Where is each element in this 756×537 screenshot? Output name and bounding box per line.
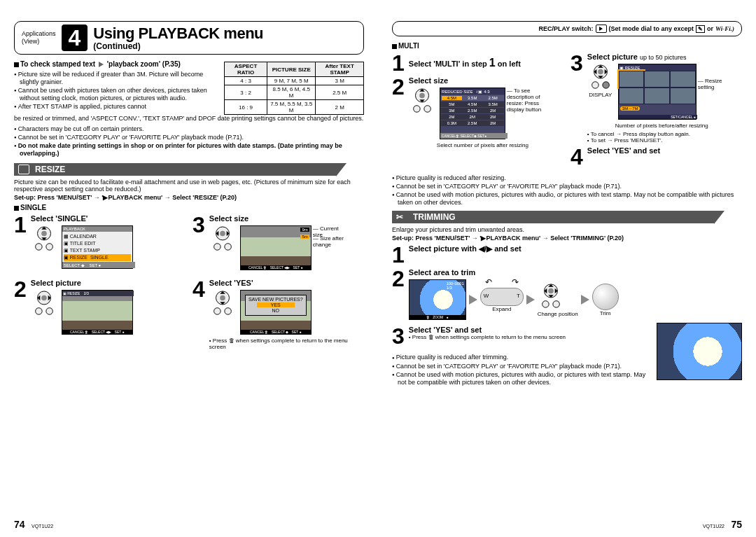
- lcd-col: 3.5M: [462, 96, 482, 100]
- block-bullet-icon: [392, 44, 397, 49]
- table-cell: 2 M: [316, 100, 364, 115]
- bullet-item: Cannot be used with motion pictures, pic…: [392, 371, 650, 386]
- label-size-after: Size after change: [313, 235, 344, 248]
- page-title: Using PLAYBACK menu: [93, 25, 263, 43]
- header-or: or: [707, 25, 713, 32]
- single-label: SINGLE: [20, 204, 46, 211]
- arrow-right-icon: [526, 295, 535, 305]
- lcd-cell: 2.5M: [462, 109, 482, 113]
- joystick-icon: [31, 225, 57, 253]
- header-cat-line1: Applications: [22, 30, 56, 38]
- header-title-block: Using PLAYBACK menu (Continued): [93, 25, 263, 51]
- joystick-icon: [209, 290, 236, 318]
- step-2-label: Select picture: [31, 279, 133, 287]
- multi-col-right: 3 Select picture up to 50 pictures DISPL…: [570, 50, 742, 170]
- lcd-thumbnail-grid: ▣ RESIZE 3M→7M SET/CANCEL ●: [618, 64, 696, 120]
- text-stamp-bullets-2: Characters may be cut off on certain pri…: [14, 125, 364, 158]
- header-chapter-number: 4: [62, 25, 88, 51]
- single-steps-row1: 1 Select 'SINGLE' PLAYBACK ▦ CA: [14, 211, 364, 276]
- bullet-item: Picture quality is reduced after trimmin…: [392, 354, 650, 361]
- trim-intro: Enlarge your pictures and trim unwanted …: [392, 226, 742, 233]
- svg-point-22: [214, 308, 220, 315]
- lcd-cell: 5M: [442, 102, 462, 106]
- multi-steps: 1 Select 'MULTI' in step 1 on left 2 Sel…: [392, 50, 742, 170]
- page-left: Applications (View) 4 Using PLAYBACK men…: [0, 0, 378, 537]
- step-4-label: Select 'YES': [209, 279, 364, 287]
- joystick-icon: [409, 88, 435, 116]
- lcd-cell: 3M: [442, 109, 462, 113]
- trim-result-thumbnail: [657, 323, 742, 380]
- resize-intro-text: Picture size can be reduced to facilitat…: [14, 179, 364, 193]
- step-2-number: 2: [14, 279, 27, 300]
- trim-controls-row: 100-00011/3 🗑 ZOOM ● ↶↷ WT Expand: [409, 279, 742, 320]
- t3-note: Press 🗑 when settings complete to return…: [412, 334, 566, 340]
- bullet-item: Cannot be set in 'CATEGORY PLAY' or 'FAV…: [14, 134, 364, 141]
- lcd-size-preview: 9m 5m CANCEL 🗑 SELECT ◀▶ SET ●: [240, 225, 312, 270]
- zoom-lever-icon: ↶↷ WT: [480, 288, 524, 306]
- svg-point-45: [553, 301, 560, 308]
- menu-item: CALENDAR: [70, 234, 97, 239]
- header-bar-right: REC/PLAY switch: (Set mode dial to any e…: [392, 21, 742, 36]
- step-3-label: Select size: [209, 214, 312, 223]
- m3-caption: Number of pixels before/after resizing: [615, 123, 708, 129]
- header-category: Applications (View): [22, 30, 56, 46]
- menu-item: TITLE EDIT: [70, 241, 96, 246]
- joystick-icon: [209, 225, 236, 253]
- text-stamp-notes: To check stamped text 'playback zoom' (P…: [14, 60, 217, 115]
- step-3-number: 3: [192, 214, 205, 235]
- save-title: SAVE NEW PICTURES?: [247, 297, 304, 302]
- lcd-select: SELECT: [64, 263, 80, 267]
- table-cell: 16 : 9: [225, 100, 267, 115]
- svg-point-28: [413, 106, 420, 113]
- m-step1-num: 1: [392, 53, 405, 74]
- svg-point-17: [46, 308, 53, 315]
- joystick-icon: [31, 290, 57, 318]
- lcd-trim-preview: 100-00011/3 🗑 ZOOM ●: [409, 279, 466, 320]
- text-stamp-continued: be resized or trimmed, and 'ASPECT CONV.…: [14, 115, 364, 123]
- table-cell: 7.5 M, 5.5 M, 3.5 M: [267, 100, 316, 115]
- header-recplay-note2: (Set mode dial to any except: [609, 25, 694, 32]
- m3-b2: To set → Press 'MENU/SET'.: [591, 137, 663, 144]
- table-cell: 8.5 M, 6 M, 4.5 M: [267, 85, 316, 100]
- table-cell: 2.5 M: [316, 85, 364, 100]
- m-step4-text: Select 'YES' and set: [587, 146, 660, 155]
- table-cell: 3 : 2: [225, 85, 267, 100]
- display-button-group: DISPLAY: [587, 64, 614, 98]
- svg-point-39: [548, 288, 554, 294]
- bullet-item: Picture quality is reduced after resizin…: [392, 174, 742, 182]
- lcd-cell: 3.5M: [482, 102, 503, 106]
- bullet-item: Cannot be set in 'CATEGORY PLAY' or 'FAV…: [392, 363, 650, 370]
- svg-point-25: [419, 93, 425, 99]
- m3-b1: To cancel → Press display button again.: [591, 131, 690, 137]
- step-4-number: 4: [192, 279, 205, 300]
- t-step1-num: 1: [392, 244, 405, 265]
- step-3-block: 3 Select size 9m 5m: [192, 211, 364, 276]
- resize-title: RESIZE: [35, 165, 65, 174]
- step4-note: Press 🗑 when settings complete to return…: [209, 337, 348, 350]
- bullet-item-bold: Do not make date printing settings in sh…: [14, 142, 364, 158]
- bullet-item: Characters may be cut off on certain pri…: [14, 125, 364, 133]
- label-trim: Trim: [592, 310, 619, 316]
- doc-code-left: VQT1U22: [31, 524, 53, 529]
- single-steps-row2: 2 Select picture ▣ RESIZE 2/3 CANCEL 🗑 S…: [14, 276, 364, 353]
- lcd-cell: 2M: [482, 121, 503, 125]
- arrow-right-icon: [581, 295, 589, 305]
- save-yes: YES: [257, 302, 295, 307]
- svg-point-10: [214, 244, 220, 251]
- header-recplay-label: REC/PLAY switch:: [539, 25, 594, 32]
- grid-set: SET/CANCEL: [671, 115, 692, 119]
- scissors-icon: ✂: [396, 212, 403, 222]
- svg-point-4: [35, 244, 42, 251]
- save-dialog: SAVE NEW PICTURES? YES NO: [245, 295, 307, 316]
- svg-point-5: [46, 244, 53, 251]
- svg-point-29: [424, 106, 431, 113]
- m3-resize-setting: Resize setting: [698, 78, 722, 90]
- step-2-block: 2 Select picture ▣ RESIZE 2/3 CANCEL 🗑 S…: [14, 276, 186, 353]
- th-after: After TEXT STAMP: [316, 62, 364, 77]
- page-number-right: 75: [731, 519, 742, 530]
- t-step2-text: Select area to trim: [409, 268, 742, 277]
- resize-icon: [18, 165, 29, 174]
- manual-spread: Applications (View) 4 Using PLAYBACK men…: [0, 0, 756, 537]
- block-bullet-icon: [14, 206, 19, 211]
- page-right: REC/PLAY switch: (Set mode dial to any e…: [378, 0, 756, 537]
